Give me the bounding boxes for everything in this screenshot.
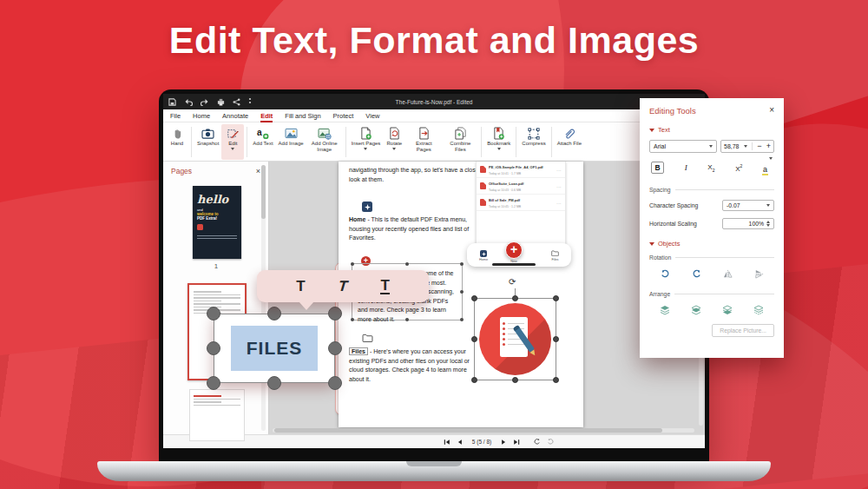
add-text-icon: a: [256, 126, 269, 141]
bookmark-icon: [493, 126, 504, 141]
collapse-icon: [649, 129, 654, 132]
next-page-button[interactable]: [501, 439, 507, 446]
resize-handle[interactable]: [471, 377, 477, 383]
phone-file-row: OfficeSuite_Loan.pdfToday at 10:43 · 0.6…: [477, 178, 565, 195]
redo-icon[interactable]: [201, 98, 209, 106]
bookmark-button[interactable]: Bookmark: [484, 124, 513, 160]
phone-file-row: Bill of Sale_PM.pdfToday at 10:45 · 1.2 …: [477, 195, 565, 211]
menu-protect[interactable]: Protect: [333, 112, 354, 120]
resize-handle: [267, 376, 281, 390]
attach-file-button[interactable]: Attach File: [555, 124, 584, 160]
replace-picture-button[interactable]: Replace Picture...: [712, 324, 774, 337]
doc-files-paragraph: Files - Here's where you can access your…: [349, 347, 481, 384]
rotate-pages-button[interactable]: Rotate: [383, 124, 405, 160]
spinner-arrows[interactable]: [766, 221, 770, 227]
font-size-control[interactable]: 58,78 − +: [720, 140, 774, 153]
chevron-down-icon: [231, 148, 234, 150]
close-icon[interactable]: ×: [256, 168, 260, 175]
combine-files-button[interactable]: Combine Files: [442, 124, 478, 160]
compress-button[interactable]: Compress: [519, 124, 548, 160]
marketing-banner: Edit Text, Format and Images The-Future-…: [0, 0, 868, 489]
last-page-button[interactable]: [513, 439, 520, 446]
window-titlebar: The-Future-is-Now.pdf - Edited: [163, 94, 705, 109]
increase-size-button[interactable]: +: [766, 142, 771, 150]
rotate-left-button[interactable]: [533, 438, 541, 446]
save-icon[interactable]: [168, 98, 176, 106]
decrease-size-button[interactable]: −: [757, 142, 761, 150]
resize-handle[interactable]: [512, 377, 518, 383]
insert-pages-button[interactable]: Insert Pages: [349, 124, 384, 160]
resize-handle[interactable]: [553, 377, 559, 383]
rotate-handle-icon[interactable]: ⟳: [509, 277, 516, 287]
print-icon[interactable]: [217, 98, 225, 106]
resize-handle[interactable]: [553, 336, 559, 342]
rotate-clockwise-icon[interactable]: [661, 267, 670, 282]
font-family-select[interactable]: Arial: [649, 140, 717, 153]
add-image-button[interactable]: Add Image: [276, 124, 306, 160]
snapshot-button[interactable]: Snapshot: [194, 124, 221, 160]
more-options-icon[interactable]: [248, 97, 252, 106]
italic-button[interactable]: I: [685, 163, 687, 172]
resize-handle: [207, 341, 220, 355]
superscript-button[interactable]: X2: [735, 163, 742, 173]
first-page-button[interactable]: [444, 439, 450, 446]
horizontal-scrollbar[interactable]: [273, 428, 694, 433]
text-style-tooltip: T T T: [257, 270, 429, 302]
resize-handle[interactable]: [460, 318, 464, 321]
resize-handle[interactable]: [553, 295, 559, 301]
resize-handle[interactable]: [471, 336, 477, 342]
selected-image[interactable]: [474, 298, 556, 380]
close-icon[interactable]: ×: [769, 106, 774, 115]
menu-edit[interactable]: Edit: [260, 112, 273, 120]
files-folder-icon: [362, 334, 373, 343]
resize-handle[interactable]: [351, 262, 354, 266]
page-indicator[interactable]: 5 (5 / 8): [472, 439, 491, 445]
subscript-button[interactable]: X2: [707, 163, 714, 173]
resize-handle[interactable]: [512, 295, 518, 301]
doc-intro-text: navigating through the app, so let's hav…: [349, 166, 481, 184]
online-image-icon: [318, 126, 332, 141]
page-thumbnail-1[interactable]: hello and welcome to PDF Extra!: [193, 186, 241, 259]
resize-handle[interactable]: [471, 295, 477, 301]
character-spacing-select[interactable]: -0.07: [722, 200, 774, 211]
add-online-image-button[interactable]: Add Online Image: [306, 124, 343, 160]
send-backward-icon[interactable]: [722, 303, 733, 319]
spacing-label: Spacing: [649, 187, 671, 193]
edit-pencil-icon: [227, 126, 239, 141]
section-objects[interactable]: Objects: [649, 240, 774, 248]
horizontal-scaling-stepper[interactable]: 100%: [722, 218, 774, 229]
menu-view[interactable]: View: [365, 112, 379, 120]
bring-to-front-icon[interactable]: [660, 303, 670, 319]
underline-glyph: T: [380, 278, 389, 294]
send-to-back-icon[interactable]: [753, 303, 764, 319]
add-text-button[interactable]: a Add Text: [250, 124, 275, 160]
menu-annotate[interactable]: Annotate: [222, 112, 248, 120]
menu-fill-and-sign[interactable]: Fill and Sign: [285, 112, 320, 120]
resize-handle[interactable]: [405, 262, 409, 266]
flip-horizontal-icon[interactable]: [723, 267, 733, 282]
rotate-counterclockwise-icon[interactable]: [692, 267, 701, 282]
page-thumbnail-3[interactable]: [189, 389, 245, 441]
edit-tool-button[interactable]: Edit: [221, 124, 244, 160]
resize-handle[interactable]: [351, 318, 354, 321]
hand-tool-button[interactable]: Hand: [166, 124, 188, 160]
section-text[interactable]: Text: [649, 126, 774, 134]
resize-handle[interactable]: [405, 318, 409, 321]
resize-handle: [328, 341, 342, 355]
resize-handle[interactable]: [460, 262, 464, 266]
flip-vertical-icon[interactable]: [754, 267, 764, 282]
bold-button[interactable]: B: [651, 162, 664, 174]
undo-icon[interactable]: [184, 98, 193, 106]
pages-panel-title: Pages: [171, 167, 192, 175]
previous-page-button[interactable]: [457, 439, 463, 446]
rotate-right-button[interactable]: [547, 438, 555, 446]
resize-handle: [328, 376, 342, 390]
menu-home[interactable]: Home: [193, 112, 210, 120]
extract-pages-button[interactable]: Extract Pages: [405, 124, 442, 160]
bring-forward-icon[interactable]: [691, 303, 701, 319]
highlight-color-button[interactable]: a: [763, 160, 773, 175]
menu-file[interactable]: File: [170, 112, 181, 120]
extract-pages-icon: [418, 126, 430, 141]
share-icon[interactable]: [233, 98, 240, 106]
resize-handle[interactable]: [460, 290, 464, 294]
